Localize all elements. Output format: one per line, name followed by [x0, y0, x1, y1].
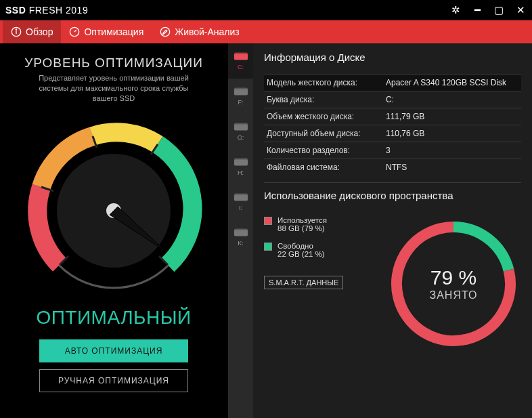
donut-percent: 79 %	[430, 266, 476, 289]
drive-letter: H:	[238, 169, 244, 176]
swatch-used-icon	[264, 217, 272, 225]
info-label: Объем жесткого диска:	[267, 112, 386, 121]
drive-icon	[234, 192, 248, 203]
tab-live[interactable]: Живой-Анализ	[152, 20, 248, 43]
nav-ribbon: Обзор Оптимизация Живой-Анализ	[0, 20, 532, 43]
info-value: 3	[386, 146, 518, 155]
drive-letter: C:	[238, 64, 244, 70]
swatch-free-icon	[264, 243, 272, 251]
app-title: SSD FRESH 2019	[5, 5, 88, 16]
drive-item-h[interactable]: H:	[228, 149, 254, 184]
tab-overview[interactable]: Обзор	[3, 20, 61, 43]
svg-point-2	[16, 29, 16, 30]
usage-title: Использование дискового пространства	[264, 190, 521, 205]
info-label: Доступный объем диска:	[267, 129, 386, 138]
info-value: NTFS	[386, 163, 518, 172]
info-label: Модель жесткого диска:	[267, 78, 386, 87]
settings-icon[interactable]: ✲	[449, 4, 462, 16]
drive-letter: K:	[238, 240, 244, 247]
smart-data-button[interactable]: S.M.A.R.T. ДАННЫЕ	[264, 276, 343, 289]
info-row: Доступный объем диска:110,76 GB	[264, 125, 521, 142]
legend-used-value: 88 GB (79 %)	[278, 224, 327, 232]
info-value: C:	[386, 95, 518, 104]
legend-used: Используется 88 GB (79 %)	[264, 216, 372, 232]
main-area: УРОВЕНЬ ОПТИМИЗАЦИИ Представляет уровень…	[0, 43, 532, 418]
info-row: Файловая система:NTFS	[264, 159, 521, 175]
smart-data-label: S.M.A.R.T. ДАННЫЕ	[269, 278, 338, 287]
usage-legend: Используется 88 GB (79 %) Свободно 22 GB…	[264, 216, 372, 289]
gauge-icon	[69, 26, 80, 37]
maximize-button[interactable]: ▢	[493, 4, 505, 16]
info-row: Количество разделов:3	[264, 142, 521, 159]
drive-item-k[interactable]: K:	[228, 220, 254, 255]
drive-letter: I:	[239, 205, 242, 211]
app-title-bold: SSD	[5, 5, 26, 16]
title-bar: SSD FRESH 2019 ✲ ━ ▢ ✕	[0, 0, 532, 20]
tab-overview-label: Обзор	[26, 26, 53, 37]
drive-letter: F:	[238, 99, 244, 106]
donut-center: 79 % ЗАНЯТО	[386, 216, 521, 352]
usage-donut-chart: 79 % ЗАНЯТО	[386, 216, 521, 352]
svg-rect-20	[234, 123, 247, 127]
info-value: 110,76 GB	[386, 129, 518, 138]
info-row: Объем жесткого диска:111,79 GB	[264, 108, 521, 125]
manual-optimize-label: РУЧНАЯ ОПТИМИЗАЦИЯ	[58, 376, 169, 385]
info-icon	[11, 26, 22, 37]
info-row: Модель жесткого диска:Apacer A S340 120G…	[264, 74, 521, 91]
svg-rect-26	[234, 229, 247, 233]
optimization-desc: Представляет уровень оптимизации вашей с…	[26, 73, 202, 104]
right-panel: Информация о Диске Модель жесткого диска…	[253, 43, 532, 418]
legend-free-value: 22 GB (21 %)	[278, 250, 325, 258]
info-label: Количество разделов:	[267, 146, 386, 155]
minimize-button[interactable]: ━	[471, 4, 483, 16]
donut-label: ЗАНЯТО	[430, 289, 478, 301]
gauge-chart	[22, 116, 205, 295]
drive-item-i[interactable]: I:	[228, 184, 254, 220]
app-title-rest: FRESH 2019	[29, 5, 88, 16]
usage-section: Используется 88 GB (79 %) Свободно 22 GB…	[264, 216, 521, 352]
drive-icon	[234, 87, 248, 98]
optimization-status: ОПТИМАЛЬНЫЙ	[36, 307, 191, 329]
divider	[264, 182, 521, 183]
drive-letter: G:	[238, 134, 244, 141]
info-label: Файловая система:	[267, 163, 386, 172]
manual-optimize-button[interactable]: РУЧНАЯ ОПТИМИЗАЦИЯ	[39, 369, 188, 392]
drive-item-c[interactable]: C:	[228, 43, 254, 79]
info-value: 111,79 GB	[386, 112, 518, 121]
svg-rect-24	[234, 194, 247, 198]
legend-free-label: Свободно	[278, 242, 325, 250]
auto-optimize-label: АВТО ОПТИМИЗАЦИЯ	[65, 346, 163, 356]
svg-rect-22	[234, 159, 247, 163]
drive-icon	[234, 228, 248, 238]
info-label: Буква диска:	[267, 95, 386, 104]
left-panel: УРОВЕНЬ ОПТИМИЗАЦИИ Представляет уровень…	[0, 43, 227, 418]
svg-rect-18	[234, 88, 247, 92]
pencil-icon	[160, 26, 171, 37]
auto-optimize-button[interactable]: АВТО ОПТИМИЗАЦИЯ	[39, 339, 188, 362]
info-row: Буква диска:C:	[264, 91, 521, 108]
legend-free: Свободно 22 GB (21 %)	[264, 242, 372, 258]
drive-item-f[interactable]: F:	[228, 79, 254, 114]
tab-live-label: Живой-Анализ	[175, 26, 240, 37]
info-value: Apacer A S340 120GB SCSI Disk	[386, 78, 518, 87]
disk-info-table: Модель жесткого диска:Apacer A S340 120G…	[264, 74, 521, 175]
drive-icon	[234, 122, 248, 133]
svg-line-4	[74, 30, 76, 32]
drive-icon	[234, 157, 248, 168]
disk-info-title: Информация о Диске	[264, 51, 521, 67]
legend-used-label: Используется	[278, 216, 327, 224]
close-button[interactable]: ✕	[514, 4, 527, 16]
tab-optimize-label: Оптимизация	[84, 26, 143, 37]
window-controls: ✲ ━ ▢ ✕	[449, 4, 527, 16]
svg-point-5	[161, 27, 170, 36]
svg-rect-16	[234, 53, 247, 57]
optimization-title: УРОВЕНЬ ОПТИМИЗАЦИИ	[24, 56, 203, 70]
drive-rail: C:F:G:H:I:K:	[227, 43, 253, 418]
drive-icon	[234, 51, 248, 62]
tab-optimize[interactable]: Оптимизация	[61, 20, 152, 43]
drive-item-g[interactable]: G:	[228, 114, 254, 149]
